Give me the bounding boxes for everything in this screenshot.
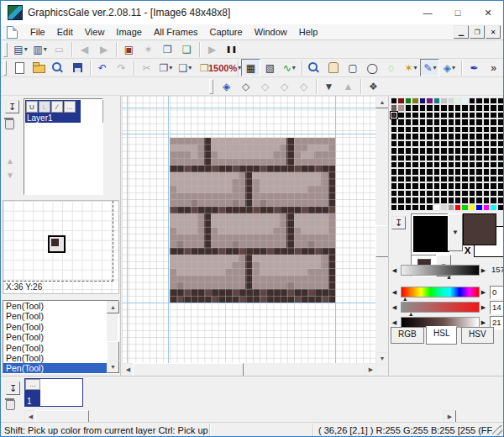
palette-cell[interactable] [397, 104, 404, 111]
palette-cell[interactable] [483, 133, 490, 140]
palette-cell[interactable] [454, 190, 461, 197]
palette-cell[interactable] [483, 190, 490, 197]
palette-cell[interactable] [454, 161, 461, 168]
palette-cell[interactable] [454, 176, 461, 182]
palette-cell[interactable] [405, 133, 412, 140]
hue-increase-icon[interactable]: ▶ [480, 287, 487, 297]
palette-cell[interactable] [461, 168, 468, 175]
palette-cell[interactable] [469, 161, 475, 168]
layer-toggle-3[interactable]: … [64, 101, 76, 113]
palette-cell[interactable] [440, 204, 447, 211]
canvas-viewport[interactable] [122, 96, 375, 363]
hue-decrease-icon[interactable]: ◀ [391, 287, 398, 297]
layer-order-dropdown-icon[interactable]: ▾ [44, 45, 47, 53]
palette-cell[interactable] [483, 112, 490, 118]
palette-cell[interactable] [426, 104, 433, 111]
palette-cell[interactable] [475, 204, 482, 211]
resize-grip[interactable] [492, 425, 502, 435]
palette-cell[interactable] [419, 168, 426, 175]
next-frame-button[interactable]: ▶ [94, 40, 113, 58]
palette-cell[interactable] [475, 182, 482, 189]
palette-cell[interactable] [397, 204, 404, 211]
palette-cell[interactable] [475, 97, 482, 104]
palette-cell[interactable] [497, 97, 504, 104]
layer-toggle-1[interactable]: L [39, 101, 50, 113]
diamond-delete-button[interactable]: ◇ [255, 77, 275, 95]
palette-cell[interactable] [397, 190, 404, 197]
palette-cell[interactable] [448, 161, 454, 168]
move-up-button[interactable]: ▲ [339, 77, 358, 95]
palette-cell[interactable] [469, 97, 475, 104]
palette-cell[interactable] [461, 190, 468, 197]
palette-cell[interactable] [469, 204, 475, 211]
palette-cell[interactable] [412, 182, 418, 189]
palette-cell[interactable] [412, 197, 418, 203]
toolbar-grab-handle[interactable] [3, 42, 8, 57]
palette-cell[interactable] [440, 197, 447, 203]
palette-cell[interactable] [391, 190, 397, 197]
palette-cell[interactable] [469, 140, 475, 147]
tab-hsl[interactable]: HSL [426, 326, 457, 345]
palette-cell[interactable] [454, 112, 461, 118]
palette-cell[interactable] [490, 168, 496, 175]
ellipse-select-tool-button[interactable]: ◯ [362, 59, 381, 76]
pause-animation-button[interactable]: ❚❚ [222, 40, 241, 58]
palette-cell[interactable] [490, 133, 496, 140]
palette-cell[interactable] [426, 126, 433, 133]
tab-rgb[interactable]: RGB [391, 327, 424, 344]
palette-cell[interactable] [426, 155, 433, 161]
fill-tool-button[interactable]: ◈▾ [439, 59, 459, 76]
toolbar-grab-handle[interactable] [3, 61, 7, 76]
palette-cell[interactable] [475, 133, 482, 140]
palette-cell[interactable] [461, 104, 468, 111]
canvas-v-scrollbar[interactable]: ▲ ▼ [375, 96, 387, 376]
palette-cell[interactable] [490, 204, 496, 211]
palette-cell[interactable] [454, 104, 461, 111]
palette-cell[interactable] [426, 182, 433, 189]
lightness-increase-icon[interactable]: ▶ [480, 318, 487, 327]
palette-cell[interactable] [483, 147, 490, 154]
palette-cell[interactable] [433, 155, 440, 161]
saturation-decrease-icon[interactable]: ◀ [391, 303, 398, 312]
add-frame-button[interactable]: ↧ [6, 382, 20, 395]
palette-cell[interactable] [497, 168, 504, 175]
palette-cell[interactable] [448, 155, 454, 161]
palette-cell[interactable] [497, 147, 504, 154]
canvas-scroll-down-icon[interactable]: ▼ [375, 352, 389, 365]
palette-cell[interactable] [461, 147, 468, 154]
palette-cell[interactable] [440, 140, 447, 147]
palette-cell[interactable] [469, 197, 475, 203]
copy-button[interactable]: ❐▾ [156, 59, 176, 76]
palette-cell[interactable] [405, 190, 412, 197]
palette-cell[interactable] [419, 161, 426, 168]
palette-cell[interactable] [469, 155, 475, 161]
palette-cell[interactable] [433, 168, 440, 175]
palette-cell[interactable] [475, 190, 482, 197]
history-scroll-up-icon[interactable]: ▲ [107, 301, 119, 313]
palette-cell[interactable] [426, 197, 433, 203]
palette-cell[interactable] [448, 104, 454, 111]
palette-cell[interactable] [461, 161, 468, 168]
menu-image[interactable]: Image [110, 25, 148, 39]
pan-tool-button[interactable] [323, 59, 343, 76]
palette-cell[interactable] [448, 204, 454, 211]
layer-up-icon[interactable]: ▲ [6, 156, 14, 166]
prev-frame-button[interactable]: ◀ [75, 40, 94, 58]
palette-cell[interactable] [391, 147, 397, 154]
delete-frame-trash-icon[interactable] [6, 400, 15, 410]
palette-cell[interactable] [433, 204, 440, 211]
palette-cell[interactable] [426, 176, 433, 182]
palette-cell[interactable] [454, 133, 461, 140]
palette-cell[interactable] [454, 155, 461, 161]
palette-cell[interactable] [461, 140, 468, 147]
mdi-restore-button[interactable]: ❐ [470, 25, 485, 39]
palette-cell[interactable] [391, 155, 397, 161]
palette-cell[interactable] [391, 112, 397, 118]
palette-cell[interactable] [454, 168, 461, 175]
palette-cell[interactable] [433, 190, 440, 197]
palette-cell[interactable] [475, 161, 482, 168]
palette-cell[interactable] [433, 126, 440, 133]
palette-cell[interactable] [405, 204, 412, 211]
palette-cell[interactable] [397, 118, 404, 125]
palette-cell[interactable] [440, 176, 447, 182]
